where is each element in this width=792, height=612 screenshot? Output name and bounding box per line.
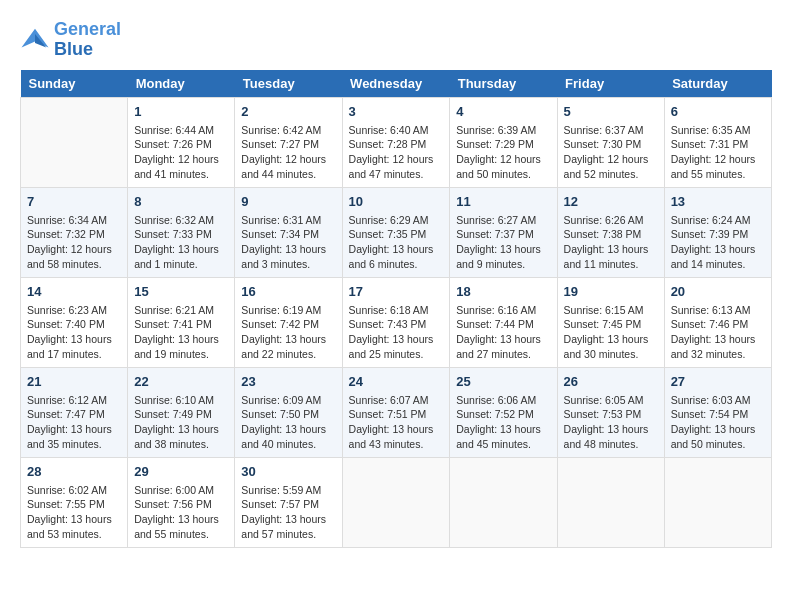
logo-text: General Blue bbox=[54, 20, 121, 60]
day-number: 18 bbox=[456, 283, 550, 301]
day-number: 3 bbox=[349, 103, 444, 121]
day-cell: 7 Sunrise: 6:34 AMSunset: 7:32 PMDayligh… bbox=[21, 187, 128, 277]
day-info: Sunrise: 6:39 AMSunset: 7:29 PMDaylight:… bbox=[456, 123, 550, 182]
calendar-table: SundayMondayTuesdayWednesdayThursdayFrid… bbox=[20, 70, 772, 548]
day-number: 8 bbox=[134, 193, 228, 211]
day-number: 26 bbox=[564, 373, 658, 391]
day-info: Sunrise: 6:03 AMSunset: 7:54 PMDaylight:… bbox=[671, 393, 765, 452]
day-cell: 26 Sunrise: 6:05 AMSunset: 7:53 PMDaylig… bbox=[557, 367, 664, 457]
header-thursday: Thursday bbox=[450, 70, 557, 98]
day-cell bbox=[342, 457, 450, 547]
day-info: Sunrise: 6:18 AMSunset: 7:43 PMDaylight:… bbox=[349, 303, 444, 362]
day-info: Sunrise: 6:09 AMSunset: 7:50 PMDaylight:… bbox=[241, 393, 335, 452]
day-info: Sunrise: 6:02 AMSunset: 7:55 PMDaylight:… bbox=[27, 483, 121, 542]
day-cell: 17 Sunrise: 6:18 AMSunset: 7:43 PMDaylig… bbox=[342, 277, 450, 367]
day-info: Sunrise: 6:23 AMSunset: 7:40 PMDaylight:… bbox=[27, 303, 121, 362]
day-number: 2 bbox=[241, 103, 335, 121]
day-number: 27 bbox=[671, 373, 765, 391]
day-number: 22 bbox=[134, 373, 228, 391]
day-cell: 4 Sunrise: 6:39 AMSunset: 7:29 PMDayligh… bbox=[450, 97, 557, 187]
day-cell: 23 Sunrise: 6:09 AMSunset: 7:50 PMDaylig… bbox=[235, 367, 342, 457]
logo: General Blue bbox=[20, 20, 121, 60]
day-info: Sunrise: 6:42 AMSunset: 7:27 PMDaylight:… bbox=[241, 123, 335, 182]
day-info: Sunrise: 6:19 AMSunset: 7:42 PMDaylight:… bbox=[241, 303, 335, 362]
logo-icon bbox=[20, 25, 50, 55]
day-number: 6 bbox=[671, 103, 765, 121]
day-number: 30 bbox=[241, 463, 335, 481]
day-info: Sunrise: 6:16 AMSunset: 7:44 PMDaylight:… bbox=[456, 303, 550, 362]
calendar-header-row: SundayMondayTuesdayWednesdayThursdayFrid… bbox=[21, 70, 772, 98]
day-info: Sunrise: 6:10 AMSunset: 7:49 PMDaylight:… bbox=[134, 393, 228, 452]
week-row-1: 1 Sunrise: 6:44 AMSunset: 7:26 PMDayligh… bbox=[21, 97, 772, 187]
day-info: Sunrise: 6:37 AMSunset: 7:30 PMDaylight:… bbox=[564, 123, 658, 182]
day-cell: 11 Sunrise: 6:27 AMSunset: 7:37 PMDaylig… bbox=[450, 187, 557, 277]
day-info: Sunrise: 6:32 AMSunset: 7:33 PMDaylight:… bbox=[134, 213, 228, 272]
day-cell: 1 Sunrise: 6:44 AMSunset: 7:26 PMDayligh… bbox=[128, 97, 235, 187]
day-info: Sunrise: 6:00 AMSunset: 7:56 PMDaylight:… bbox=[134, 483, 228, 542]
day-number: 23 bbox=[241, 373, 335, 391]
day-number: 17 bbox=[349, 283, 444, 301]
header-saturday: Saturday bbox=[664, 70, 771, 98]
day-number: 14 bbox=[27, 283, 121, 301]
day-number: 25 bbox=[456, 373, 550, 391]
calendar-body: 1 Sunrise: 6:44 AMSunset: 7:26 PMDayligh… bbox=[21, 97, 772, 547]
day-cell: 12 Sunrise: 6:26 AMSunset: 7:38 PMDaylig… bbox=[557, 187, 664, 277]
day-cell: 19 Sunrise: 6:15 AMSunset: 7:45 PMDaylig… bbox=[557, 277, 664, 367]
day-info: Sunrise: 6:29 AMSunset: 7:35 PMDaylight:… bbox=[349, 213, 444, 272]
day-info: Sunrise: 5:59 AMSunset: 7:57 PMDaylight:… bbox=[241, 483, 335, 542]
day-info: Sunrise: 6:21 AMSunset: 7:41 PMDaylight:… bbox=[134, 303, 228, 362]
day-number: 1 bbox=[134, 103, 228, 121]
day-info: Sunrise: 6:35 AMSunset: 7:31 PMDaylight:… bbox=[671, 123, 765, 182]
day-number: 16 bbox=[241, 283, 335, 301]
day-cell: 10 Sunrise: 6:29 AMSunset: 7:35 PMDaylig… bbox=[342, 187, 450, 277]
header-wednesday: Wednesday bbox=[342, 70, 450, 98]
day-cell: 28 Sunrise: 6:02 AMSunset: 7:55 PMDaylig… bbox=[21, 457, 128, 547]
day-number: 19 bbox=[564, 283, 658, 301]
day-number: 24 bbox=[349, 373, 444, 391]
day-info: Sunrise: 6:40 AMSunset: 7:28 PMDaylight:… bbox=[349, 123, 444, 182]
header-sunday: Sunday bbox=[21, 70, 128, 98]
day-info: Sunrise: 6:44 AMSunset: 7:26 PMDaylight:… bbox=[134, 123, 228, 182]
day-cell: 13 Sunrise: 6:24 AMSunset: 7:39 PMDaylig… bbox=[664, 187, 771, 277]
day-info: Sunrise: 6:27 AMSunset: 7:37 PMDaylight:… bbox=[456, 213, 550, 272]
day-cell: 16 Sunrise: 6:19 AMSunset: 7:42 PMDaylig… bbox=[235, 277, 342, 367]
day-cell: 5 Sunrise: 6:37 AMSunset: 7:30 PMDayligh… bbox=[557, 97, 664, 187]
day-cell: 9 Sunrise: 6:31 AMSunset: 7:34 PMDayligh… bbox=[235, 187, 342, 277]
week-row-2: 7 Sunrise: 6:34 AMSunset: 7:32 PMDayligh… bbox=[21, 187, 772, 277]
day-number: 4 bbox=[456, 103, 550, 121]
day-info: Sunrise: 6:34 AMSunset: 7:32 PMDaylight:… bbox=[27, 213, 121, 272]
day-cell: 29 Sunrise: 6:00 AMSunset: 7:56 PMDaylig… bbox=[128, 457, 235, 547]
day-cell bbox=[557, 457, 664, 547]
week-row-4: 21 Sunrise: 6:12 AMSunset: 7:47 PMDaylig… bbox=[21, 367, 772, 457]
day-number: 15 bbox=[134, 283, 228, 301]
day-info: Sunrise: 6:24 AMSunset: 7:39 PMDaylight:… bbox=[671, 213, 765, 272]
day-number: 12 bbox=[564, 193, 658, 211]
day-number: 28 bbox=[27, 463, 121, 481]
header-monday: Monday bbox=[128, 70, 235, 98]
page-header: General Blue bbox=[20, 20, 772, 60]
day-cell: 30 Sunrise: 5:59 AMSunset: 7:57 PMDaylig… bbox=[235, 457, 342, 547]
day-cell: 2 Sunrise: 6:42 AMSunset: 7:27 PMDayligh… bbox=[235, 97, 342, 187]
day-cell: 8 Sunrise: 6:32 AMSunset: 7:33 PMDayligh… bbox=[128, 187, 235, 277]
day-cell: 25 Sunrise: 6:06 AMSunset: 7:52 PMDaylig… bbox=[450, 367, 557, 457]
day-number: 5 bbox=[564, 103, 658, 121]
day-number: 9 bbox=[241, 193, 335, 211]
day-number: 21 bbox=[27, 373, 121, 391]
day-cell: 3 Sunrise: 6:40 AMSunset: 7:28 PMDayligh… bbox=[342, 97, 450, 187]
header-tuesday: Tuesday bbox=[235, 70, 342, 98]
day-number: 7 bbox=[27, 193, 121, 211]
day-number: 11 bbox=[456, 193, 550, 211]
day-number: 10 bbox=[349, 193, 444, 211]
day-cell: 22 Sunrise: 6:10 AMSunset: 7:49 PMDaylig… bbox=[128, 367, 235, 457]
week-row-5: 28 Sunrise: 6:02 AMSunset: 7:55 PMDaylig… bbox=[21, 457, 772, 547]
day-cell: 21 Sunrise: 6:12 AMSunset: 7:47 PMDaylig… bbox=[21, 367, 128, 457]
week-row-3: 14 Sunrise: 6:23 AMSunset: 7:40 PMDaylig… bbox=[21, 277, 772, 367]
day-info: Sunrise: 6:07 AMSunset: 7:51 PMDaylight:… bbox=[349, 393, 444, 452]
header-friday: Friday bbox=[557, 70, 664, 98]
day-cell: 24 Sunrise: 6:07 AMSunset: 7:51 PMDaylig… bbox=[342, 367, 450, 457]
day-info: Sunrise: 6:15 AMSunset: 7:45 PMDaylight:… bbox=[564, 303, 658, 362]
day-info: Sunrise: 6:05 AMSunset: 7:53 PMDaylight:… bbox=[564, 393, 658, 452]
day-cell bbox=[664, 457, 771, 547]
day-number: 20 bbox=[671, 283, 765, 301]
day-info: Sunrise: 6:12 AMSunset: 7:47 PMDaylight:… bbox=[27, 393, 121, 452]
